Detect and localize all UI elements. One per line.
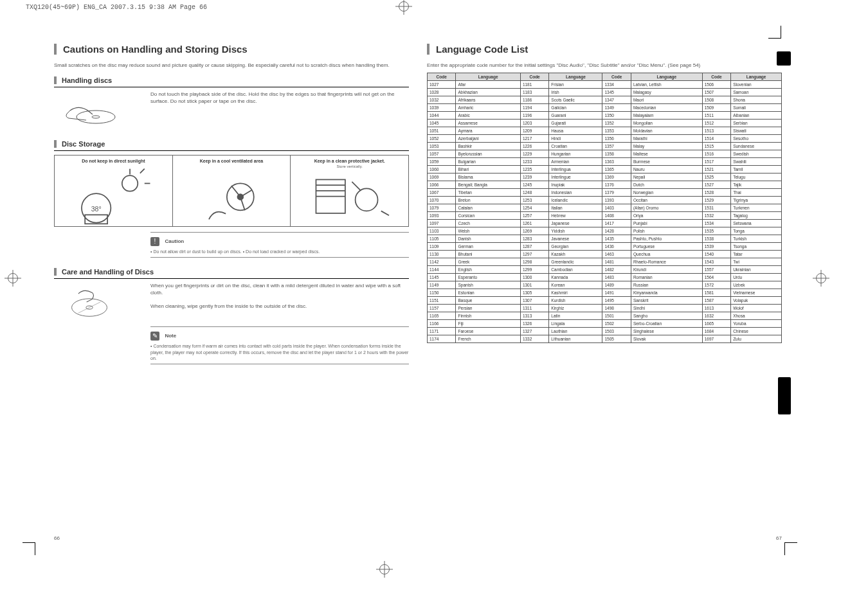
table-cell: 1436 [602,243,631,251]
table-cell: 1066 [428,181,456,189]
table-cell: Serbo-Croatian [631,320,702,328]
table-cell: 1060 [428,166,456,173]
table-cell: 1327 [520,328,548,335]
table-cell: 1587 [702,297,730,305]
table-cell: 1105 [428,235,456,243]
table-cell: Persian [456,305,520,312]
table-header: Language [731,73,782,81]
table-cell: Swedish [731,150,782,158]
caution-block: ! Caution • Do not allow dirt or dust to… [150,232,409,258]
table-cell: 1174 [428,335,456,343]
page-number: 66 [54,535,60,541]
table-cell: Bhutani [456,251,520,258]
table-cell: Corsican [456,212,520,220]
table-cell: Tonga [731,227,782,235]
table-cell: 1509 [702,104,730,112]
table-cell: Kinyarwanda [631,289,702,297]
table-cell: 1057 [428,150,456,158]
tab-marker [777,51,791,66]
table-cell: 1632 [702,312,730,320]
table-row: 1144English1299Cambodian1482Kirundi1557U… [428,266,782,274]
table-cell: 1349 [602,104,631,112]
table-row: 1149Spanish1301Korean1489Russian1572Uzbe… [428,281,782,289]
table-cell: 1483 [602,274,631,281]
table-cell: Yiddish [549,227,602,235]
table-cell: 1297 [520,251,548,258]
table-cell: 1300 [520,274,548,281]
table-row: 1142Greek1298Greenlandic1481Rhaeto-Roman… [428,258,782,266]
table-cell: 1248 [520,189,548,197]
table-cell: Afrikaans [456,96,520,104]
svg-point-10 [237,194,244,200]
registration-mark-icon [379,564,390,574]
table-cell: 1229 [520,150,548,158]
table-cell: Inupiak [549,181,602,189]
table-row: 1093Corsican1257Hebrew1408Oriya1532Tagal… [428,212,782,220]
table-cell: Korean [549,281,602,289]
table-cell: 1044 [428,112,456,120]
table-cell: 1347 [602,96,631,104]
table-row: 1052Azerbaijani1217Hindi1356Marathi1514S… [428,135,782,143]
table-cell: Zulu [731,335,782,343]
diagram-label: Keep in a cool ventilated area [200,159,263,163]
registration-mark-icon [399,1,409,12]
table-cell: Setswana [731,220,782,227]
table-cell: Rhaeto-Romance [631,258,702,266]
svg-point-15 [355,189,377,211]
table-cell: Hungarian [549,150,602,158]
table-cell: 1491 [602,289,631,297]
table-cell: Sindhi [631,305,702,312]
table-cell: Albanian [731,112,782,120]
table-cell: Bihari [456,166,520,173]
table-cell: Icelandic [549,197,602,204]
registration-mark-icon [8,273,18,283]
table-cell: 1357 [602,143,631,150]
table-cell: 1358 [602,150,631,158]
table-cell: Bulgarian [456,158,520,166]
table-cell: 1393 [602,197,631,204]
table-cell: 1130 [428,251,456,258]
table-cell: 1059 [428,158,456,166]
table-cell: 1045 [428,120,456,127]
table-cell: Chinese [731,328,782,335]
page-left: Cautions on Handling and Storing Discs S… [45,35,418,542]
table-cell: 1543 [702,258,730,266]
table-cell: 1697 [702,335,730,343]
registration-mark-icon [816,273,826,283]
table-cell: Slovenian [731,81,782,89]
table-cell: 1039 [428,104,456,112]
table-cell: Croatian [549,143,602,150]
table-cell: 1513 [702,127,730,135]
table-cell: Volapuk [731,297,782,305]
table-cell: 1528 [702,189,730,197]
table-cell: Romanian [631,274,702,281]
table-cell: Slovak [631,335,702,343]
table-row: 1067Tibetan1248Indonesian1379Norwegian15… [428,189,782,197]
table-cell: 1233 [520,158,548,166]
table-cell: 1283 [520,235,548,243]
table-cell: Indonesian [549,189,602,197]
table-cell: 1298 [520,258,548,266]
table-row: 1032Afrikaans1186Scots Gaelic1347Maori15… [428,96,782,104]
table-cell: Faroese [456,328,520,335]
table-cell: 1517 [702,158,730,166]
table-cell: 1311 [520,305,548,312]
table-cell: Occitan [631,197,702,204]
table-cell: Catalan [456,204,520,212]
table-cell: Tigrinya [731,197,782,204]
table-cell: 1257 [520,212,548,220]
table-cell: 1150 [428,289,456,297]
table-cell: Tajik [731,181,782,189]
table-cell: 1417 [602,220,631,227]
table-cell: Hausa [549,127,602,135]
table-cell: Portuguese [631,243,702,251]
section-heading: Handling discs [54,76,409,84]
table-cell: 1369 [602,173,631,181]
table-cell: Tatar [731,251,782,258]
table-cell: 1501 [602,312,631,320]
table-cell: 1507 [702,89,730,96]
table-cell: 1109 [428,243,456,251]
table-cell: 1171 [428,328,456,335]
table-cell: 1097 [428,220,456,227]
table-cell: Punjabi [631,220,702,227]
